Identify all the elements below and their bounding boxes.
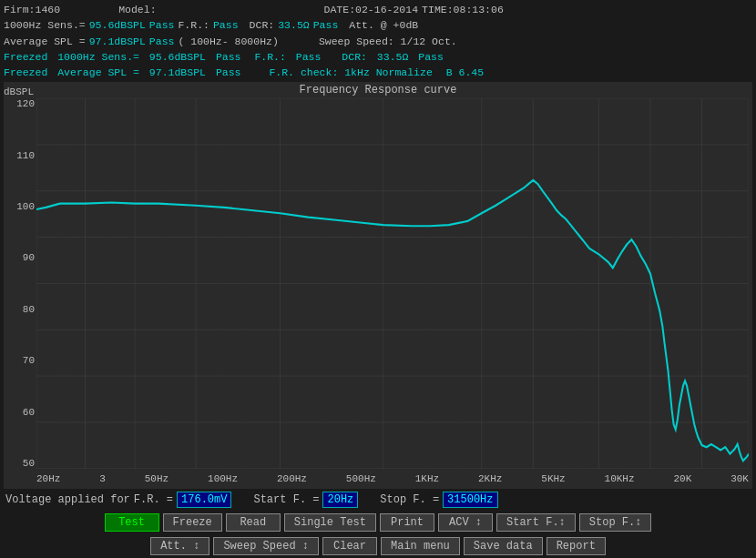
fr-value[interactable]: 176.0mV [177,492,231,508]
frozen1-fr-label: F.R.: [254,51,286,63]
stop-f-value[interactable]: 31500Hz [443,492,497,508]
frozen2-pass: Pass [216,66,241,78]
frozen2-label: Freezed [4,66,47,78]
avg-label: Average SPL = [4,34,86,49]
test-button[interactable]: Test [105,513,159,532]
sweep-speed-button[interactable]: Sweep Speed ↕ [213,537,319,555]
start-f-button[interactable]: Start F.↕ [496,513,576,532]
frozen2-avg-val: 97.1dBSPL [149,66,206,78]
frozen1-pass2: Pass [418,51,444,63]
sweep-label: Sweep Speed: 1/12 Oct. [319,34,457,49]
freeze-button[interactable]: Freeze [163,513,222,532]
fr-label: F.R.: [178,17,209,33]
app: Firm:1460 Model: DATE:02-16-2014 TIME:08… [0,0,756,558]
stop-f-label: Stop F. = [380,493,439,506]
att-button[interactable]: Att. ↕ [150,537,209,555]
avg-val: 97.1dBSPL [89,34,146,49]
chart-canvas-container [36,98,749,469]
time-label: TIME:08:13:06 [422,2,504,17]
sens-val: 95.6dBSPL [89,17,146,33]
frozen1-fr-pass: Pass [296,51,322,63]
single-test-button[interactable]: Single Test [284,513,376,532]
read-button[interactable]: Read [226,513,281,532]
frozen2-fr-check: F.R. check: 1kHz Normalize [269,66,432,78]
chart-title: Frequency Response curve [4,84,752,96]
acv-button[interactable]: ACV ↕ [438,513,493,532]
frozen1-sens-label: 1000Hz Sens.= [57,51,139,63]
frozen2-avg-label: Average SPL = [57,66,139,78]
stop-f-button[interactable]: Stop F.↕ [579,513,652,532]
save-data-button[interactable]: Save data [464,537,543,555]
frequency-response-chart [36,98,749,469]
header: Firm:1460 Model: DATE:02-16-2014 TIME:08… [0,0,756,82]
button-row-2: Att. ↕ Sweep Speed ↕ Clear Main menu Sav… [0,534,756,558]
frozen1-label: Freezed [4,51,47,63]
voltage-applied-label: Voltage applied for [5,493,130,506]
date-label: DATE:02-16-2014 [324,2,419,17]
voltage-bar: Voltage applied for F.R. = 176.0mV Start… [0,489,756,511]
print-button[interactable]: Print [380,513,434,532]
start-f-value[interactable]: 20Hz [322,492,358,508]
chart-area: dBSPL Frequency Response curve 120 110 1… [4,82,752,489]
start-f-label: Start F. = [253,493,319,506]
frozen2-b-val: B 6.45 [446,66,484,78]
dcr-pass: Pass [313,17,339,33]
frozen1-pass1: Pass [216,51,241,63]
frozen-line-2: Freezed Average SPL = 97.1dBSPL Pass F.R… [4,65,752,80]
header-line-1: Firm:1460 Model: DATE:02-16-2014 TIME:08… [4,2,752,17]
avg-pass: Pass [149,34,175,49]
sens-label: 1000Hz Sens.= [4,17,86,33]
range: ( 100Hz- 8000Hz) [178,34,278,49]
pass1: Pass [149,17,175,33]
button-row-1: Test Freeze Read Single Test Print ACV ↕… [0,511,756,534]
dcr-label: DCR: [250,17,275,33]
fr-label: F.R. = [134,493,173,506]
frozen1-dcr-val: 33.5Ω [377,51,409,63]
main-menu-button[interactable]: Main menu [381,537,460,555]
clear-button[interactable]: Clear [322,537,377,555]
y-axis-labels: 120 110 100 90 80 70 60 50 [4,98,36,469]
x-axis-labels: 20Hz 3 50Hz 100Hz 200Hz 500Hz 1KHz 2KHz … [36,469,749,489]
att-label: Att. @ +0dB [349,17,418,33]
frozen1-sens-val: 95.6dBSPL [149,51,206,63]
header-line-2: 1000Hz Sens.= 95.6dBSPL Pass F.R.: Pass … [4,17,752,33]
firm-label: Firm:1460 [4,2,60,17]
report-button[interactable]: Report [547,537,606,555]
frozen-line-1: Freezed 1000Hz Sens.= 95.6dBSPL Pass F.R… [4,49,752,65]
header-line-3: Average SPL = 97.1dBSPL Pass ( 100Hz- 80… [4,34,752,49]
frozen1-dcr-label: DCR: [342,51,367,63]
dcr-val: 33.5Ω [278,17,310,33]
model-label: Model: [118,2,156,17]
fr-val: Pass [213,17,239,33]
